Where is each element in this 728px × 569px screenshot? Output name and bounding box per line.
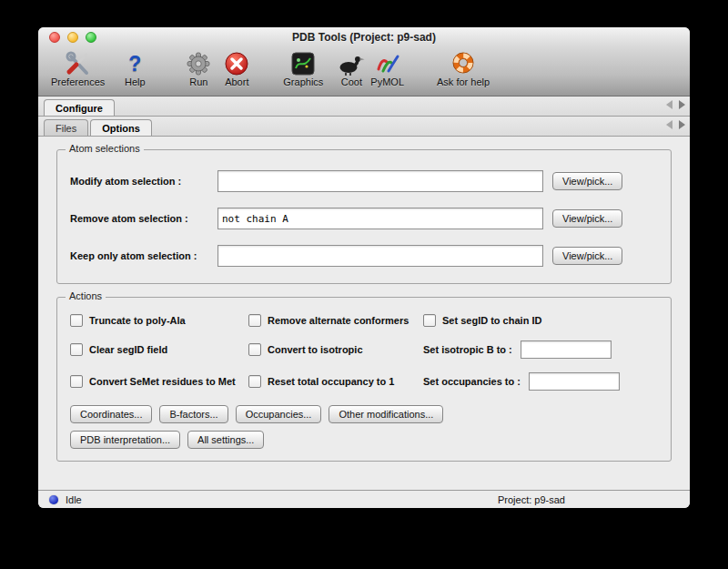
abort-x-icon — [224, 50, 249, 76]
b-factors-button[interactable]: B-factors... — [159, 405, 228, 423]
toolbar-label: Abort — [225, 76, 248, 87]
titlebar: PDB Tools (Project: p9-sad) — [38, 27, 690, 47]
toolbar-item-run[interactable]: Run — [183, 50, 214, 87]
coot-bird-icon — [338, 50, 365, 76]
checkbox-convert-to-isotropic[interactable]: Convert to isotropic — [248, 343, 423, 356]
checkbox-label: Convert SeMet residues to Met — [89, 376, 236, 387]
actions-group: Actions Truncate to poly-Ala Remove alte… — [56, 297, 672, 462]
all-settings-button[interactable]: All settings... — [187, 431, 264, 449]
atom-selections-group: Atom selections Modify atom selection : … — [56, 149, 672, 284]
toolbar-item-abort[interactable]: Abort — [221, 50, 252, 87]
checkbox-icon — [70, 314, 83, 327]
checkbox-remove-alternate-conformers[interactable]: Remove alternate conformers — [248, 314, 423, 327]
tab-files[interactable]: Files — [44, 119, 88, 136]
toolbar-label: Graphics — [283, 76, 323, 87]
set-occupancies-input[interactable] — [529, 372, 620, 391]
set-isotropic-b-input[interactable] — [521, 340, 612, 359]
checkbox-label: Truncate to poly-Ala — [89, 315, 186, 326]
question-mark-icon: ? — [128, 50, 141, 76]
minimize-button-icon[interactable] — [67, 32, 78, 43]
modify-view-pick-button[interactable]: View/pick... — [552, 172, 622, 190]
pdb-interpretation-button[interactable]: PDB interpretation... — [70, 431, 180, 449]
zoom-button-icon[interactable] — [86, 32, 96, 43]
coordinates-button[interactable]: Coordinates... — [70, 405, 152, 423]
toolbar-item-help[interactable]: ? Help — [119, 50, 150, 87]
checkbox-icon — [70, 375, 83, 388]
window-header: PDB Tools (Project: p9-sad) Preferences — [38, 27, 690, 97]
toolbar-label: Help — [125, 76, 146, 87]
remove-atom-selection-label: Remove atom selection : — [70, 213, 217, 224]
keep-only-view-pick-button[interactable]: View/pick... — [552, 247, 622, 265]
subtab-scroll-right-icon[interactable] — [679, 120, 685, 129]
checkbox-icon — [248, 343, 261, 356]
pdb-tools-window: PDB Tools (Project: p9-sad) Preferences — [38, 27, 690, 508]
status-text: Idle — [66, 494, 82, 505]
toolbar-item-ask-for-help[interactable]: Ask for help — [437, 50, 490, 87]
remove-atom-selection-row: Remove atom selection : View/pick... — [70, 208, 658, 229]
tools-icon — [65, 50, 92, 76]
close-button-icon[interactable] — [49, 32, 60, 43]
checkbox-icon — [70, 343, 83, 356]
pymol-icon — [375, 50, 400, 76]
checkbox-icon — [248, 375, 261, 388]
atom-selections-group-label: Atom selections — [66, 143, 144, 154]
toolbar-label: Ask for help — [437, 76, 490, 87]
tab-options[interactable]: Options — [90, 119, 152, 136]
checkbox-clear-segid-field[interactable]: Clear segID field — [70, 343, 248, 356]
actions-button-row-1: Coordinates... B-factors... Occupancies.… — [70, 405, 658, 423]
toolbar-label: PyMOL — [370, 76, 404, 87]
tab-configure[interactable]: Configure — [44, 99, 115, 116]
occupancies-button[interactable]: Occupancies... — [236, 405, 322, 423]
checkbox-label: Remove alternate conformers — [268, 315, 409, 326]
checkbox-convert-semet-to-met[interactable]: Convert SeMet residues to Met — [70, 375, 248, 388]
toolbar: Preferences ? Help — [38, 47, 690, 96]
configure-tab-row: Configure — [38, 97, 690, 117]
modify-atom-selection-input[interactable] — [217, 170, 543, 192]
project-label: Project: p9-sad — [498, 494, 565, 505]
remove-view-pick-button[interactable]: View/pick... — [552, 209, 622, 228]
checkbox-icon — [423, 314, 436, 327]
traffic-lights — [49, 32, 96, 43]
graphics-icon — [291, 50, 315, 76]
options-panel: Atom selections Modify atom selection : … — [38, 137, 690, 462]
window-title: PDB Tools (Project: p9-sad) — [38, 27, 690, 47]
toolbar-item-coot[interactable]: Coot — [336, 50, 367, 87]
subtab-scroll-left-icon[interactable] — [666, 120, 672, 129]
actions-checkbox-grid: Truncate to poly-Ala Remove alternate co… — [70, 314, 658, 391]
desktop: PDB Tools (Project: p9-sad) Preferences — [0, 0, 728, 569]
checkbox-label: Reset total occupancy to 1 — [268, 376, 394, 387]
status-indicator-icon — [49, 495, 58, 504]
checkbox-label: Set segID to chain ID — [442, 315, 541, 326]
gear-icon — [186, 50, 211, 76]
tab-scroll-left-icon[interactable] — [666, 100, 672, 109]
toolbar-item-preferences[interactable]: Preferences — [51, 50, 105, 87]
keep-only-atom-selection-label: Keep only atom selection : — [70, 250, 217, 261]
modify-atom-selection-row: Modify atom selection : View/pick... — [70, 170, 658, 192]
actions-group-label: Actions — [66, 290, 106, 301]
subtab-row: Files Options — [38, 117, 690, 137]
set-occupancies-field: Set occupancies to : — [423, 372, 658, 391]
checkbox-icon — [248, 314, 261, 327]
set-isotropic-b-label: Set isotropic B to : — [423, 344, 512, 355]
remove-atom-selection-input[interactable] — [217, 208, 543, 229]
toolbar-item-pymol[interactable]: PyMOL — [370, 50, 404, 87]
set-isotropic-b-field: Set isotropic B to : — [423, 340, 658, 359]
checkbox-label: Convert to isotropic — [268, 344, 363, 355]
actions-button-row-2: PDB interpretation... All settings... — [70, 431, 658, 449]
tab-scroll-arrows — [666, 100, 685, 109]
checkbox-set-segid-to-chain-id[interactable]: Set segID to chain ID — [423, 314, 658, 327]
tab-scroll-right-icon[interactable] — [679, 100, 685, 109]
checkbox-truncate-poly-ala[interactable]: Truncate to poly-Ala — [70, 314, 248, 327]
keep-only-atom-selection-row: Keep only atom selection : View/pick... — [70, 245, 658, 267]
toolbar-label: Run — [189, 76, 207, 87]
subtab-scroll-arrows — [666, 120, 685, 129]
checkbox-label: Clear segID field — [89, 344, 167, 355]
other-modifications-button[interactable]: Other modifications... — [329, 405, 443, 423]
status-bar: Idle Project: p9-sad — [38, 490, 690, 508]
checkbox-reset-total-occupancy[interactable]: Reset total occupancy to 1 — [248, 375, 423, 388]
modify-atom-selection-label: Modify atom selection : — [70, 176, 217, 187]
lifebuoy-icon — [450, 50, 477, 76]
toolbar-label: Preferences — [51, 76, 105, 87]
keep-only-atom-selection-input[interactable] — [217, 245, 543, 267]
toolbar-item-graphics[interactable]: Graphics — [283, 50, 323, 87]
